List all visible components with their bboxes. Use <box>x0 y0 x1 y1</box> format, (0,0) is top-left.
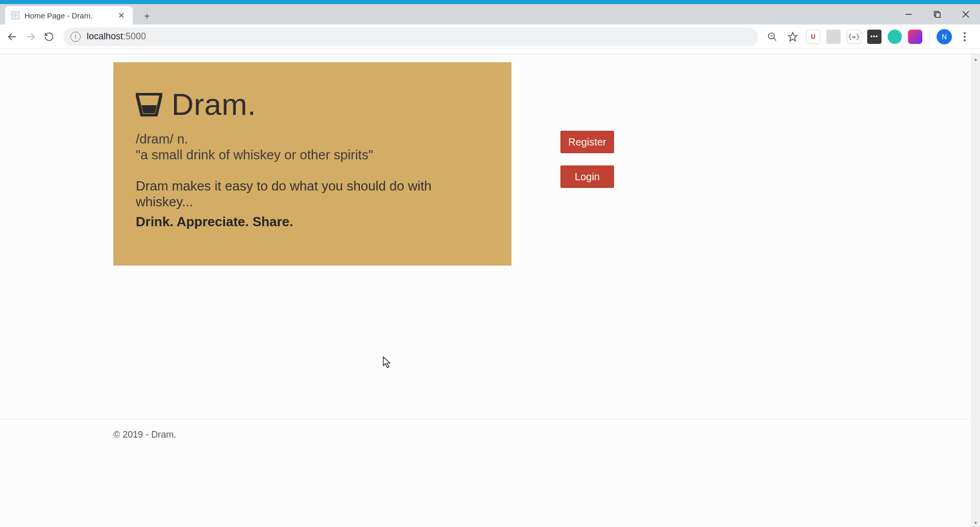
brand-name: Dram. <box>172 87 256 122</box>
reload-button[interactable] <box>40 28 58 46</box>
page-viewport: Dram. /dram/ n. "a small drink of whiske… <box>0 54 980 527</box>
register-button[interactable]: Register <box>560 131 614 153</box>
toolbar-actions: U {=} ••• N <box>763 28 977 46</box>
svg-line-12 <box>774 38 776 40</box>
kebab-icon <box>964 32 966 41</box>
svg-marker-16 <box>141 105 157 113</box>
svg-rect-6 <box>936 13 940 17</box>
window-maximize-button[interactable] <box>923 4 951 25</box>
back-button[interactable] <box>3 28 21 46</box>
extension-teal-icon[interactable] <box>886 28 904 46</box>
braces-badge: {=} <box>847 30 861 44</box>
zoom-search-icon[interactable] <box>763 28 781 46</box>
extension-generic-icon[interactable] <box>824 28 843 46</box>
extension-braces-icon[interactable]: {=} <box>845 28 863 46</box>
page-content: Dram. /dram/ n. "a small drink of whiske… <box>0 54 980 527</box>
cta-column: Register Login <box>560 62 614 266</box>
gradient-badge <box>908 30 922 44</box>
new-tab-button[interactable]: + <box>139 8 155 25</box>
brand-row: Dram. <box>136 87 489 122</box>
cursor-icon <box>383 356 392 371</box>
footer-text: © 2019 - Dram. <box>113 419 971 440</box>
extension-gradient-icon[interactable] <box>906 28 924 46</box>
window-minimize-button[interactable] <box>894 4 923 25</box>
browser-toolbar: i localhost:5000 U {=} ••• N <box>0 25 980 49</box>
site-info-icon[interactable]: i <box>70 32 81 42</box>
browser-tab[interactable]: Home Page - Dram. ✕ <box>5 6 133 25</box>
profile-avatar[interactable]: N <box>935 28 953 46</box>
page-footer: © 2019 - Dram. <box>0 419 971 440</box>
address-bar[interactable]: i localhost:5000 <box>63 28 758 46</box>
tagline-text: Drink. Appreciate. Share. <box>136 214 489 230</box>
dark-badge: ••• <box>867 30 881 44</box>
whiskey-glass-icon <box>136 93 162 116</box>
pronunciation-text: /dram/ n. <box>136 131 489 147</box>
extension-dark-icon[interactable]: ••• <box>865 28 884 46</box>
definition-text: "a small drink of whiskey or other spiri… <box>136 147 489 163</box>
browser-menu-button[interactable] <box>955 28 974 46</box>
teal-badge <box>888 30 902 44</box>
toolbar-divider <box>929 31 930 43</box>
window-controls <box>894 4 980 25</box>
scroll-up-icon[interactable]: ▴ <box>971 54 980 63</box>
svg-marker-14 <box>789 32 797 41</box>
svg-marker-17 <box>383 357 390 368</box>
window-close-button[interactable] <box>951 4 980 25</box>
tab-strip: Home Page - Dram. ✕ + <box>0 4 980 25</box>
forward-button[interactable] <box>21 28 40 46</box>
vertical-scrollbar[interactable]: ▴ ▾ <box>971 54 980 527</box>
extension-shield-icon[interactable]: U <box>804 28 822 46</box>
tab-title: Home Page - Dram. <box>24 11 116 20</box>
grey-badge <box>826 30 841 44</box>
bookmark-star-icon[interactable] <box>783 28 802 46</box>
url-hostname: localhost <box>87 31 123 42</box>
lead-text: Dram makes it easy to do what you should… <box>136 178 489 210</box>
url-port: :5000 <box>123 31 146 42</box>
login-button[interactable]: Login <box>560 165 614 188</box>
main-container: Dram. /dram/ n. "a small drink of whiske… <box>113 62 758 266</box>
tab-close-icon[interactable]: ✕ <box>116 10 127 21</box>
shield-badge: U <box>806 30 820 44</box>
avatar-initial: N <box>937 29 952 44</box>
tab-favicon <box>11 11 19 19</box>
scroll-down-icon[interactable]: ▾ <box>971 518 980 527</box>
window-accent-bar <box>0 0 980 4</box>
hero-card: Dram. /dram/ n. "a small drink of whiske… <box>113 62 511 266</box>
bookmark-bar <box>0 49 980 54</box>
